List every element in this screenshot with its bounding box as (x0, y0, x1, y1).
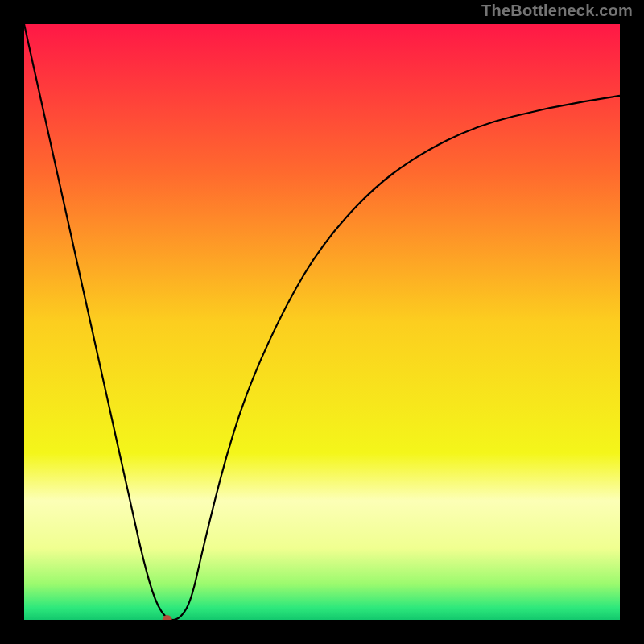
plot-area (24, 24, 620, 620)
chart-frame: TheBottleneck.com (0, 0, 644, 644)
attribution-text: TheBottleneck.com (481, 2, 633, 20)
chart-svg (24, 24, 620, 620)
gradient-background (24, 24, 620, 620)
